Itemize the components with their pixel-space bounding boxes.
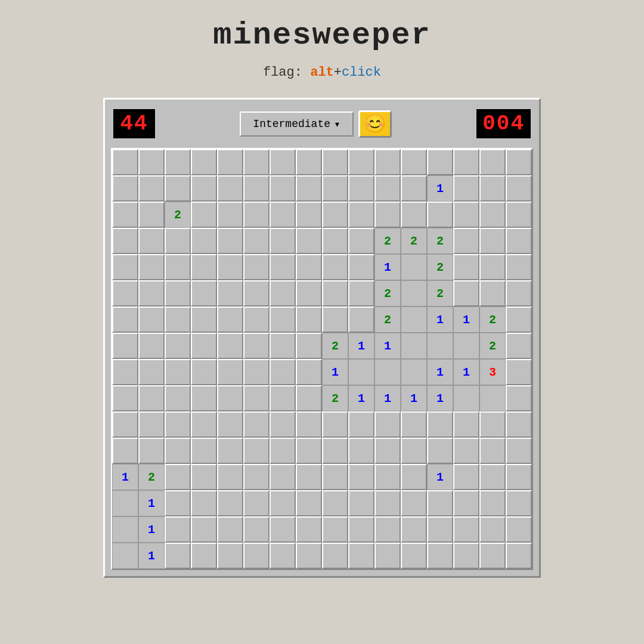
cell[interactable] <box>401 306 427 333</box>
cell[interactable] <box>217 202 243 228</box>
cell[interactable] <box>217 175 243 202</box>
cell[interactable] <box>348 411 374 438</box>
cell[interactable]: 1 <box>374 254 401 280</box>
cell[interactable] <box>401 464 427 490</box>
cell[interactable]: 1 <box>138 490 165 516</box>
cell[interactable] <box>191 385 217 411</box>
cell[interactable] <box>506 464 532 490</box>
cell[interactable] <box>270 306 296 333</box>
cell[interactable] <box>243 464 270 490</box>
cell[interactable] <box>348 306 374 333</box>
cell[interactable] <box>217 306 243 333</box>
cell[interactable] <box>401 202 427 228</box>
cell[interactable] <box>506 385 532 411</box>
cell[interactable]: 2 <box>322 385 348 411</box>
cell[interactable] <box>427 149 453 175</box>
cell[interactable] <box>479 411 506 438</box>
cell[interactable] <box>217 543 243 569</box>
cell[interactable] <box>112 149 138 175</box>
cell[interactable] <box>427 516 453 543</box>
cell[interactable]: 2 <box>374 306 401 333</box>
cell[interactable] <box>270 202 296 228</box>
cell[interactable] <box>138 202 165 228</box>
cell[interactable] <box>191 254 217 280</box>
cell[interactable] <box>401 359 427 385</box>
cell[interactable] <box>191 438 217 464</box>
cell[interactable] <box>401 254 427 280</box>
cell[interactable] <box>322 175 348 202</box>
cell[interactable] <box>506 175 532 202</box>
cell[interactable]: 1 <box>427 359 453 385</box>
cell[interactable]: 2 <box>401 228 427 254</box>
cell[interactable] <box>270 359 296 385</box>
cell[interactable] <box>322 149 348 175</box>
cell[interactable] <box>191 280 217 306</box>
cell[interactable] <box>296 411 322 438</box>
cell[interactable] <box>165 228 191 254</box>
cell[interactable] <box>243 149 270 175</box>
cell[interactable] <box>165 411 191 438</box>
cell[interactable] <box>217 149 243 175</box>
cell[interactable] <box>112 359 138 385</box>
cell[interactable] <box>112 228 138 254</box>
cell[interactable] <box>191 490 217 516</box>
cell[interactable] <box>112 438 138 464</box>
cell[interactable] <box>322 254 348 280</box>
cell[interactable] <box>112 333 138 359</box>
cell[interactable] <box>506 411 532 438</box>
cell[interactable] <box>453 490 479 516</box>
cell[interactable] <box>506 306 532 333</box>
cell[interactable] <box>296 516 322 543</box>
cell[interactable] <box>165 333 191 359</box>
cell[interactable]: 1 <box>374 385 401 411</box>
cell[interactable] <box>270 490 296 516</box>
cell[interactable] <box>217 385 243 411</box>
cell[interactable] <box>506 490 532 516</box>
cell[interactable] <box>322 516 348 543</box>
cell[interactable] <box>322 490 348 516</box>
cell[interactable] <box>217 333 243 359</box>
cell[interactable] <box>453 254 479 280</box>
cell[interactable] <box>165 464 191 490</box>
cell[interactable] <box>427 202 453 228</box>
cell[interactable] <box>243 516 270 543</box>
cell[interactable] <box>191 228 217 254</box>
cell[interactable] <box>296 306 322 333</box>
cell[interactable]: 1 <box>427 464 453 490</box>
cell[interactable] <box>112 516 138 543</box>
cell[interactable] <box>191 175 217 202</box>
cell[interactable] <box>270 438 296 464</box>
cell[interactable] <box>138 175 165 202</box>
cell[interactable]: 1 <box>427 306 453 333</box>
cell[interactable]: 1 <box>401 385 427 411</box>
cell[interactable] <box>296 490 322 516</box>
cell[interactable] <box>374 149 401 175</box>
cell[interactable] <box>138 228 165 254</box>
cell[interactable] <box>348 280 374 306</box>
cell[interactable] <box>112 202 138 228</box>
cell[interactable] <box>453 385 479 411</box>
cell[interactable] <box>479 490 506 516</box>
cell[interactable] <box>296 202 322 228</box>
cell[interactable] <box>165 516 191 543</box>
cell[interactable] <box>191 516 217 543</box>
cell[interactable] <box>217 228 243 254</box>
cell[interactable] <box>401 438 427 464</box>
cell[interactable] <box>112 385 138 411</box>
cell[interactable] <box>453 228 479 254</box>
cell[interactable]: 2 <box>479 306 506 333</box>
cell[interactable] <box>427 333 453 359</box>
cell[interactable]: 1 <box>138 543 165 569</box>
cell[interactable] <box>165 490 191 516</box>
cell[interactable] <box>165 543 191 569</box>
cell[interactable] <box>427 438 453 464</box>
cell[interactable] <box>322 280 348 306</box>
cell[interactable] <box>112 306 138 333</box>
cell[interactable] <box>191 359 217 385</box>
cell[interactable] <box>479 516 506 543</box>
cell[interactable] <box>217 411 243 438</box>
cell[interactable] <box>322 306 348 333</box>
cell[interactable] <box>217 254 243 280</box>
cell[interactable] <box>453 438 479 464</box>
cell[interactable] <box>453 280 479 306</box>
